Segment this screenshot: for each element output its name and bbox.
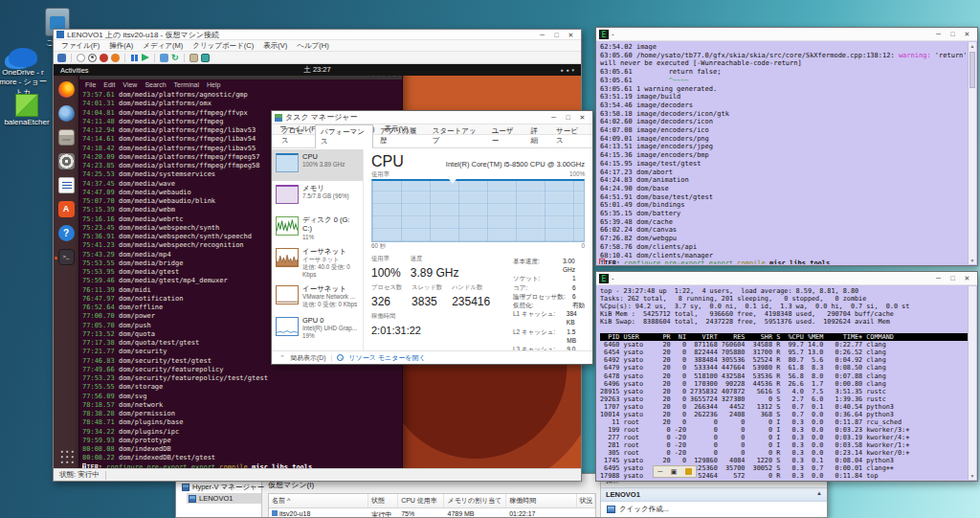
tab-スタートアップ[interactable]: スタートアップ bbox=[427, 124, 485, 147]
menu-item[interactable]: Terminal bbox=[174, 81, 199, 88]
menu-item[interactable]: Edit bbox=[103, 81, 115, 88]
maximize-button[interactable]: □ bbox=[946, 31, 960, 37]
vm-window-titlebar[interactable]: LENOVO1 上の itsv20-u18 - 仮想マシン接続 ─□✕ bbox=[54, 30, 581, 40]
pause-icon[interactable] bbox=[130, 54, 139, 62]
close-button[interactable]: ✕ bbox=[960, 31, 974, 37]
tab-サービス[interactable]: サービス bbox=[550, 124, 589, 147]
column-header-状態[interactable]: 状態 bbox=[368, 494, 398, 507]
build-log-line: 63:05.61 1 warning generated. bbox=[600, 85, 968, 94]
sidebar-item-sub: 送信: 0 受信: 0 Kbps bbox=[302, 301, 357, 308]
gnome-clock[interactable]: 土 23:27 bbox=[54, 65, 581, 75]
menu-item[interactable]: ファイル(F) bbox=[61, 41, 100, 51]
enhanced-session-icon[interactable] bbox=[201, 54, 210, 62]
simple-view-button[interactable]: 簡易表示(D) bbox=[290, 353, 326, 363]
maximize-button[interactable]: □ bbox=[561, 114, 575, 121]
sidebar-item-cpu[interactable]: CPU100% 3.89 GHz bbox=[272, 149, 363, 181]
quick-create-item[interactable]: クイック作成... bbox=[601, 502, 827, 517]
tab-パフォーマンス[interactable]: パフォーマンス bbox=[315, 124, 373, 148]
tab-アプリの履歴[interactable]: アプリの履歴 bbox=[374, 124, 426, 147]
desktop-icon-onedrive[interactable]: OneDrive - r more - ショートカ bbox=[0, 48, 50, 98]
top-terminal-titlebar[interactable]: E - ─□✕ bbox=[596, 272, 977, 285]
checkpoint-icon[interactable] bbox=[160, 54, 168, 62]
scroll-down-icon[interactable]: ▼ bbox=[969, 473, 976, 479]
close-button[interactable]: ✕ bbox=[575, 114, 590, 121]
help-icon[interactable]: ? bbox=[58, 225, 75, 241]
start-icon[interactable] bbox=[77, 54, 85, 62]
software-icon[interactable]: A bbox=[58, 201, 75, 217]
resume-icon[interactable] bbox=[142, 54, 149, 61]
build-log-line: 63:05.61 ^~~~~ bbox=[600, 77, 968, 85]
square-icon[interactable]: ▣ bbox=[671, 468, 678, 476]
scrollbar[interactable]: ▲▼ bbox=[968, 42, 976, 264]
desktop-icon-balena-etcher[interactable]: balenaEtcher bbox=[0, 94, 54, 126]
column-header-CPU 使用率[interactable]: CPU 使用率 bbox=[398, 494, 444, 507]
column-header-稼働時間[interactable]: 稼働時間 bbox=[506, 494, 576, 507]
minimize-button[interactable]: ─ bbox=[931, 31, 946, 37]
close-button[interactable]: ✕ bbox=[564, 32, 578, 38]
writer-icon[interactable] bbox=[58, 177, 75, 193]
terminal-app-icon: E bbox=[599, 274, 609, 283]
resource-monitor-link[interactable]: リソース モニターを開く bbox=[348, 353, 425, 363]
menu-item[interactable]: View bbox=[122, 81, 137, 88]
stat-使用率: 使用率100% bbox=[371, 255, 401, 281]
stat-速度: 速度3.89 GHz bbox=[411, 255, 459, 281]
column-header-名前[interactable]: 名前 ^ bbox=[269, 494, 368, 507]
menu-item[interactable]: Search bbox=[145, 81, 166, 88]
firefox-icon[interactable] bbox=[58, 81, 75, 98]
tab-ユーザー[interactable]: ユーザー bbox=[486, 124, 524, 147]
revert-icon[interactable]: ↻ bbox=[171, 54, 179, 62]
tab-詳細[interactable]: 詳細 bbox=[524, 124, 549, 147]
close-button[interactable]: ✕ bbox=[960, 275, 974, 282]
menu-item[interactable]: File bbox=[85, 81, 96, 88]
files-icon[interactable] bbox=[58, 129, 75, 146]
sidebar-item-gpu[interactable]: GPU 0Intel(R) UHD Grap...19% bbox=[272, 313, 363, 345]
scroll-down-icon[interactable]: ▼ bbox=[969, 258, 976, 263]
usage-label: 使用率 bbox=[371, 170, 390, 179]
column-header-メモリの割り当て[interactable]: メモリの割り当て bbox=[444, 494, 506, 507]
turn-off-icon[interactable] bbox=[88, 54, 97, 62]
menu-item[interactable]: Help bbox=[207, 81, 220, 88]
menu-item[interactable]: 表示(V) bbox=[263, 41, 287, 51]
scrollbar[interactable]: ▼ bbox=[968, 286, 976, 480]
task-manager-titlebar[interactable]: タスク マネージャー ─□✕ bbox=[272, 111, 592, 124]
cpu-detail-row: 論理プロセッサ数:6 bbox=[513, 292, 585, 301]
vm-table-row[interactable]: itsv20-u18実行中75%4789 MB01:22:17 bbox=[269, 508, 595, 517]
sidebar-item-eth1[interactable]: イーサネットイーサネット送信: 40.0 受信: 0 Kbps bbox=[272, 244, 363, 282]
ctrl-alt-del-icon[interactable] bbox=[57, 54, 66, 62]
maximize-button[interactable]: □ bbox=[946, 275, 960, 282]
sidebar-item-sub: VMware Network ... bbox=[302, 293, 357, 301]
rhythmbox-icon[interactable] bbox=[58, 153, 75, 169]
process-row: 6478 ysato 20 0 518100 432584 53536 R 56… bbox=[600, 372, 968, 380]
minimize-button[interactable]: ─ bbox=[535, 32, 549, 38]
scroll-thumb[interactable] bbox=[969, 52, 975, 88]
sidebar-item-mem[interactable]: メモリ7.5/7.8 GB (96%) bbox=[272, 181, 363, 213]
cpu-panel: CPU Intel(R) Core(TM) i5-8500 CPU @ 3.00… bbox=[364, 149, 592, 350]
menu-item[interactable]: メディア(M) bbox=[143, 41, 183, 51]
keyboard-icon[interactable] bbox=[189, 54, 198, 62]
actions-section-header[interactable]: LENOVO1▲ bbox=[601, 487, 827, 502]
build-terminal-titlebar[interactable]: E - ─□✕ bbox=[596, 28, 977, 41]
grid-icon[interactable] bbox=[58, 448, 75, 464]
save-icon[interactable] bbox=[111, 54, 120, 62]
build-log-line: 64:15.95 image/test/gtest bbox=[600, 160, 968, 169]
collapse-icon[interactable]: ▲ bbox=[816, 490, 822, 499]
sidebar-item-sub: 11% bbox=[302, 234, 361, 241]
menu-item[interactable]: 操作(A) bbox=[109, 41, 133, 51]
tree-node-root[interactable]: Hyper-V マネージャー bbox=[180, 482, 261, 493]
column-header-状況[interactable]: 状況 bbox=[577, 494, 596, 507]
sidebar-item-disk[interactable]: ディスク 0 (G: C:)11% bbox=[272, 213, 363, 244]
tab-プロセス[interactable]: プロセス bbox=[276, 124, 314, 147]
terminal-icon[interactable]: >_ bbox=[58, 249, 75, 265]
sidebar-item-eth2[interactable]: イーサネットVMware Network ...送信: 0 受信: 0 Kbps bbox=[272, 282, 363, 313]
thunderbird-icon[interactable] bbox=[58, 105, 75, 122]
menu-item[interactable]: クリップボード(C) bbox=[192, 41, 254, 51]
tree-node-lenovo1[interactable]: LENOVO1 bbox=[187, 493, 261, 504]
menu-item[interactable]: ヘルプ(H) bbox=[297, 41, 328, 51]
shutdown-icon[interactable] bbox=[100, 54, 108, 62]
minimize-icon[interactable]: ─ bbox=[657, 468, 662, 475]
minimize-button[interactable]: ─ bbox=[546, 114, 561, 121]
activities-button[interactable]: Activities bbox=[60, 66, 89, 75]
scroll-up-icon[interactable]: ▲ bbox=[969, 43, 976, 49]
maximize-button[interactable]: □ bbox=[549, 32, 564, 38]
minimize-button[interactable]: ─ bbox=[931, 275, 946, 282]
